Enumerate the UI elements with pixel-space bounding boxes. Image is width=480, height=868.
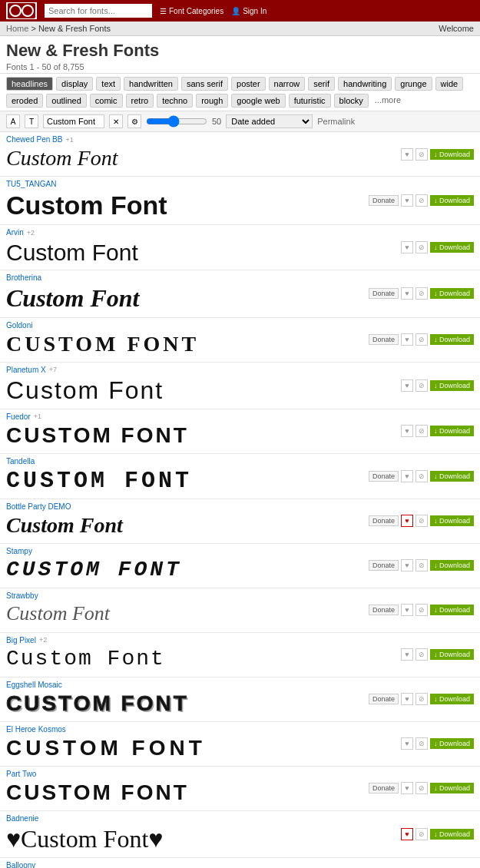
settings-button[interactable]: ⚙	[127, 114, 141, 128]
font-name-label[interactable]: Part Two	[6, 770, 36, 778]
filter-tag-rough[interactable]: rough	[196, 94, 228, 108]
block-button[interactable]: ⊘	[415, 828, 428, 840]
block-button[interactable]: ⊘	[415, 470, 428, 482]
filter-tag-eroded[interactable]: eroded	[6, 94, 43, 108]
filter-tag-poster[interactable]: poster	[231, 77, 266, 91]
block-button[interactable]: ⊘	[415, 515, 428, 527]
favorite-button[interactable]: ♥	[401, 241, 413, 253]
favorite-button[interactable]: ♥	[401, 194, 413, 207]
download-button[interactable]: ↓ Download	[430, 242, 474, 253]
font-name-label[interactable]: Tandella	[6, 457, 35, 465]
search-input[interactable]	[45, 4, 152, 18]
filter-tag-text[interactable]: text	[96, 77, 121, 91]
donate-button[interactable]: Donate	[369, 288, 399, 299]
font-name-label[interactable]: Goldoni	[6, 321, 32, 330]
donate-button[interactable]: Donate	[369, 560, 399, 571]
font-categories-button[interactable]: ☰Font Categories	[160, 7, 223, 15]
block-button[interactable]: ⊘	[415, 425, 428, 437]
block-button[interactable]: ⊘	[415, 559, 428, 571]
donate-button[interactable]: Donate	[369, 515, 399, 526]
filter-tag-techno[interactable]: techno	[157, 94, 193, 108]
download-button[interactable]: ↓ Download	[430, 380, 474, 391]
font-name-label[interactable]: Stampy	[6, 547, 32, 555]
font-name-label[interactable]: Balloony	[6, 861, 35, 868]
sign-in-button[interactable]: 👤Sign In	[231, 7, 266, 15]
filter-tag-handwriting[interactable]: handwriting	[338, 77, 392, 91]
font-name-label[interactable]: Bottle Party DEMO	[6, 502, 71, 511]
logo[interactable]	[6, 2, 37, 19]
favorite-button[interactable]: ♥	[401, 782, 413, 794]
filter-tag-blocky[interactable]: blocky	[334, 94, 369, 108]
filter-tag-grunge[interactable]: grunge	[395, 77, 432, 91]
font-name-label[interactable]: Arvin	[6, 228, 24, 237]
preview-text-input[interactable]	[43, 114, 104, 128]
favorite-button[interactable]: ♥	[401, 287, 413, 300]
font-name-label[interactable]: Eggshell Mosaic	[6, 681, 62, 689]
filter-tag-narrow[interactable]: narrow	[269, 77, 306, 91]
filter-tag-headlines[interactable]: headlines	[6, 77, 53, 91]
filter-tag-comic[interactable]: comic	[90, 94, 123, 108]
filter-tag-google-web[interactable]: google web	[231, 94, 285, 108]
download-button[interactable]: ↓ Download	[430, 426, 474, 436]
filter-tag-sans-serif[interactable]: sans serif	[181, 77, 228, 91]
font-name-label[interactable]: Big Pixel	[6, 636, 36, 644]
font-name-label[interactable]: Planetum X	[6, 366, 46, 374]
filter-tag-display[interactable]: display	[56, 77, 93, 91]
filter-tag-wide[interactable]: wide	[435, 77, 464, 91]
font-name-label[interactable]: Fuedor	[6, 412, 31, 421]
download-button[interactable]: ↓ Download	[430, 334, 474, 345]
favorite-button[interactable]: ♥	[401, 737, 413, 750]
font-name-label[interactable]: Badnenie	[6, 814, 38, 823]
permalink-link[interactable]: Permalink	[317, 117, 355, 126]
download-button[interactable]: ↓ Download	[430, 149, 474, 160]
download-button[interactable]: ↓ Download	[430, 195, 474, 206]
block-button[interactable]: ⊘	[415, 648, 428, 661]
block-button[interactable]: ⊘	[415, 194, 428, 207]
download-button[interactable]: ↓ Download	[430, 783, 474, 793]
download-button[interactable]: ↓ Download	[430, 288, 474, 299]
download-button[interactable]: ↓ Download	[430, 829, 474, 840]
donate-button[interactable]: Donate	[369, 605, 399, 615]
download-button[interactable]: ↓ Download	[430, 694, 474, 704]
font-name-label[interactable]: El Heroe Kosmos	[6, 725, 66, 734]
block-button[interactable]: ⊘	[415, 287, 428, 300]
download-button[interactable]: ↓ Download	[430, 605, 474, 615]
favorite-button[interactable]: ♥	[401, 425, 413, 437]
block-button[interactable]: ⊘	[415, 333, 428, 346]
download-button[interactable]: ↓ Download	[430, 471, 474, 482]
more-filters[interactable]: ...more	[372, 94, 404, 108]
block-button[interactable]: ⊘	[415, 148, 428, 161]
favorite-button[interactable]: ♥	[401, 379, 413, 392]
filter-tag-serif[interactable]: serif	[308, 77, 335, 91]
donate-button[interactable]: Donate	[369, 334, 399, 345]
donate-button[interactable]: Donate	[369, 471, 399, 482]
favorite-button[interactable]: ♥	[401, 604, 413, 616]
favorite-button[interactable]: ♥	[401, 559, 413, 571]
grid-view-button[interactable]: A	[6, 114, 20, 128]
block-button[interactable]: ⊘	[415, 604, 428, 616]
filter-tag-retro[interactable]: retro	[126, 94, 154, 108]
block-button[interactable]: ⊘	[415, 379, 428, 392]
font-name-label[interactable]: TU5_TANGAN	[6, 180, 56, 188]
favorite-button[interactable]: ♥	[401, 828, 413, 840]
download-button[interactable]: ↓ Download	[430, 560, 474, 571]
favorite-button[interactable]: ♥	[401, 333, 413, 346]
favorite-button[interactable]: ♥	[401, 470, 413, 482]
size-slider[interactable]	[146, 115, 207, 128]
favorite-button[interactable]: ♥	[401, 515, 413, 527]
download-button[interactable]: ↓ Download	[430, 515, 474, 526]
donate-button[interactable]: Donate	[369, 783, 399, 793]
list-view-button[interactable]: T	[25, 114, 38, 128]
clear-preview-button[interactable]: ✕	[109, 114, 123, 128]
donate-button[interactable]: Donate	[369, 195, 399, 206]
font-name-label[interactable]: Strawbby	[6, 591, 38, 600]
filter-tag-outlined[interactable]: outlined	[46, 94, 87, 108]
filter-tag-handwritten[interactable]: handwritten	[124, 77, 178, 91]
block-button[interactable]: ⊘	[415, 782, 428, 794]
filter-tag-futuristic[interactable]: futuristic	[289, 94, 331, 108]
block-button[interactable]: ⊘	[415, 693, 428, 705]
download-button[interactable]: ↓ Download	[430, 738, 474, 749]
favorite-button[interactable]: ♥	[401, 148, 413, 161]
font-name-label[interactable]: Chewed Pen BB	[6, 135, 62, 144]
favorite-button[interactable]: ♥	[401, 693, 413, 705]
